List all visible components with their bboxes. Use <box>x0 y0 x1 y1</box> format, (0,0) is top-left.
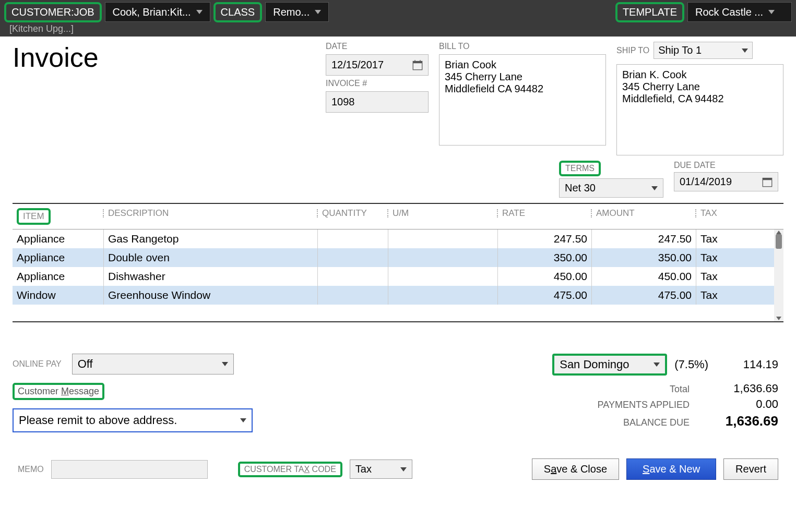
rate-header: RATE <box>502 208 525 218</box>
tax-rate: (7.5%) <box>674 358 708 371</box>
chevron-down-icon <box>654 362 660 367</box>
template-value: Rock Castle ... <box>695 6 763 18</box>
table-header: ITEM DESCRIPTION QUANTITY U/M RATE AMOUN… <box>13 204 783 229</box>
item-cell[interactable]: Appliance <box>13 248 104 267</box>
description-cell[interactable]: Double oven <box>104 248 318 267</box>
quantity-cell[interactable] <box>318 248 388 267</box>
save-new-button[interactable]: Save & New <box>626 458 716 480</box>
revert-button[interactable]: Revert <box>723 458 778 480</box>
payments-value: 0.00 <box>716 397 778 411</box>
memo-label: MEMO <box>18 465 44 474</box>
table-row[interactable]: ApplianceDishwasher450.00450.00Tax <box>13 267 783 286</box>
chevron-down-icon <box>196 10 203 14</box>
quantity-cell[interactable] <box>318 286 388 305</box>
chevron-down-icon <box>222 362 228 366</box>
scroll-thumb[interactable] <box>776 234 782 249</box>
online-pay-select[interactable]: Off <box>72 354 234 374</box>
ship-to-label: SHIP TO <box>616 46 649 55</box>
svg-rect-1 <box>413 61 422 63</box>
rate-cell[interactable]: 475.00 <box>498 286 592 305</box>
item-header: ITEM <box>17 208 51 225</box>
template-label: TEMPLATE <box>615 2 684 22</box>
chevron-down-icon <box>400 467 407 471</box>
quantity-cell[interactable] <box>318 229 388 248</box>
description-cell[interactable]: Dishwasher <box>104 267 318 286</box>
um-cell[interactable] <box>388 248 498 267</box>
amount-header: AMOUNT <box>596 208 635 218</box>
payments-label: PAYMENTS APPLIED <box>598 400 690 410</box>
description-cell[interactable]: Gas Rangetop <box>104 229 318 248</box>
date-input[interactable]: 12/15/2017 <box>326 54 429 76</box>
chevron-down-icon <box>742 49 748 53</box>
invoice-num-label: INVOICE # <box>326 79 429 88</box>
ship-to-textarea[interactable]: Brian K. Cook 345 Cherry Lane Middlefiel… <box>616 64 783 155</box>
table-body: ApplianceGas Rangetop247.50247.50TaxAppl… <box>13 229 783 321</box>
chevron-down-icon <box>651 186 658 190</box>
calendar-icon[interactable] <box>762 177 773 187</box>
rate-cell[interactable]: 247.50 <box>498 229 592 248</box>
table-row[interactable]: WindowGreenhouse Window475.00475.00Tax <box>13 286 783 305</box>
calendar-icon[interactable] <box>412 60 423 70</box>
chevron-down-icon <box>315 10 321 14</box>
due-date-input[interactable]: 01/14/2019 <box>674 172 778 191</box>
table-row[interactable]: ApplianceDouble oven350.00350.00Tax <box>13 248 783 267</box>
topbar: CUSTOMER:JOB [Kitchen Upg...] Cook, Bria… <box>0 0 796 37</box>
amount-cell[interactable]: 247.50 <box>592 229 696 248</box>
item-cell[interactable]: Window <box>13 286 104 305</box>
bill-to-label: BILL TO <box>439 42 606 51</box>
table-row[interactable]: ApplianceGas Rangetop247.50247.50Tax <box>13 229 783 248</box>
customer-message-select[interactable]: Please remit to above address. <box>13 408 253 432</box>
um-header: U/M <box>393 208 409 218</box>
customer-job-value: Cook, Brian:Kit... <box>113 6 191 18</box>
tax-cell[interactable]: Tax <box>696 267 759 286</box>
online-pay-label: ONLINE PAY <box>13 359 62 369</box>
item-cell[interactable]: Appliance <box>13 229 104 248</box>
rate-cell[interactable]: 450.00 <box>498 267 592 286</box>
total-label: Total <box>670 384 690 395</box>
class-value: Remo... <box>273 6 310 18</box>
line-items-table: ITEM DESCRIPTION QUANTITY U/M RATE AMOUN… <box>13 203 783 322</box>
bill-to-textarea[interactable]: Brian Cook 345 Cherry Lane Middlefield C… <box>439 54 606 146</box>
um-cell[interactable] <box>388 229 498 248</box>
customer-job-sub: [Kitchen Upg...] <box>4 22 102 34</box>
page-title: Invoice <box>13 42 315 155</box>
template-dropdown[interactable]: Rock Castle ... <box>687 2 792 22</box>
tax-cell[interactable]: Tax <box>696 229 759 248</box>
scroll-down-icon[interactable] <box>776 317 781 320</box>
memo-input[interactable] <box>51 460 208 479</box>
description-header: DESCRIPTION <box>108 208 169 218</box>
amount-cell[interactable]: 450.00 <box>592 267 696 286</box>
balance-label: BALANCE DUE <box>623 417 690 428</box>
customer-tax-code-select[interactable]: Tax <box>350 460 412 479</box>
scroll-up-icon[interactable] <box>776 231 781 234</box>
table-row-empty[interactable] <box>13 305 783 321</box>
description-cell[interactable]: Greenhouse Window <box>104 286 318 305</box>
class-label: CLASS <box>213 2 263 22</box>
item-cell[interactable]: Appliance <box>13 267 104 286</box>
amount-cell[interactable]: 350.00 <box>592 248 696 267</box>
quantity-header: QUANTITY <box>322 208 367 218</box>
customer-job-dropdown[interactable]: Cook, Brian:Kit... <box>105 2 210 22</box>
quantity-cell[interactable] <box>318 267 388 286</box>
amount-cell[interactable]: 475.00 <box>592 286 696 305</box>
invoice-num-input[interactable]: 1098 <box>326 91 429 113</box>
ship-to-select[interactable]: Ship To 1 <box>654 42 753 59</box>
customer-message-label: Customer Message <box>13 383 104 400</box>
save-close-button[interactable]: Save & Close <box>532 458 619 480</box>
um-cell[interactable] <box>388 267 498 286</box>
tax-cell[interactable]: Tax <box>696 286 759 305</box>
tax-header: TAX <box>700 208 717 218</box>
tax-cell[interactable]: Tax <box>696 248 759 267</box>
tax-entity-select[interactable]: San Domingo <box>552 354 667 376</box>
due-date-label: DUE DATE <box>674 161 778 170</box>
customer-tax-code-label: CUSTOMER TAX CODE <box>238 462 342 477</box>
vertical-scrollbar[interactable] <box>774 229 783 321</box>
rate-cell[interactable]: 350.00 <box>498 248 592 267</box>
tax-amount: 114.19 <box>716 358 778 371</box>
terms-select[interactable]: Net 30 <box>559 178 663 198</box>
class-dropdown[interactable]: Remo... <box>265 2 329 22</box>
um-cell[interactable] <box>388 286 498 305</box>
terms-label: TERMS <box>559 161 601 176</box>
chevron-down-icon <box>768 10 775 14</box>
svg-rect-5 <box>763 178 772 180</box>
